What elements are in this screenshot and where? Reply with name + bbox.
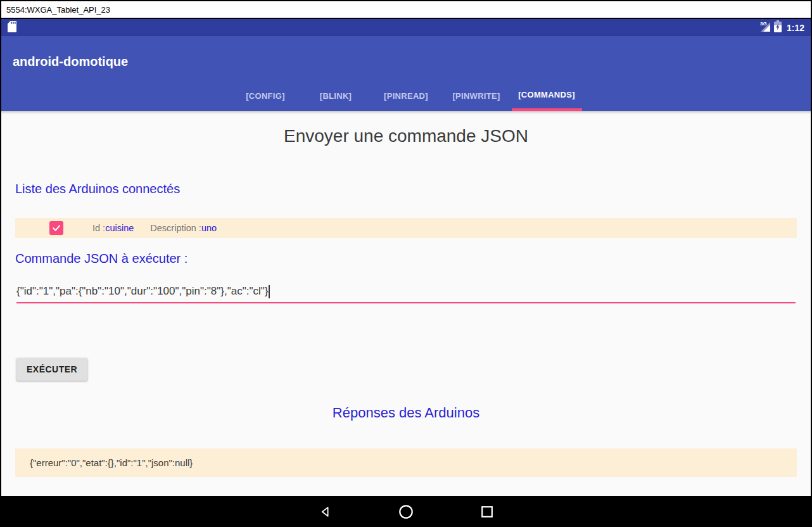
page-title: Envoyer une commande JSON bbox=[1, 126, 811, 146]
signal-3g-icon: 3G bbox=[758, 20, 771, 35]
arduino-description-label: Description : bbox=[150, 223, 201, 233]
command-json-value: {"id":"1","pa":{"nb":"10","dur":"100","p… bbox=[16, 285, 268, 298]
arduino-description-value: uno bbox=[201, 223, 217, 233]
clock-time: 1:12 bbox=[787, 23, 804, 33]
checkmark-icon bbox=[51, 223, 61, 233]
arduino-checkbox[interactable] bbox=[49, 221, 63, 235]
sdcard-icon bbox=[8, 21, 16, 35]
svg-text:3G: 3G bbox=[760, 21, 767, 27]
tab-blink[interactable]: [BLINK] bbox=[301, 80, 371, 111]
app-bar: android-domotique [CONFIG] [BLINK] [PINR… bbox=[0, 36, 812, 111]
battery-charging-icon bbox=[774, 20, 782, 35]
tab-bar: [CONFIG] [BLINK] [PINREAD] [PINWRITE] [C… bbox=[1, 80, 811, 111]
status-bar-right: 3G 1:12 bbox=[758, 20, 804, 35]
arduino-id-label: Id : bbox=[92, 223, 105, 233]
back-icon bbox=[318, 505, 332, 519]
tab-config[interactable]: [CONFIG] bbox=[231, 80, 301, 111]
tab-commands[interactable]: [COMMANDS] bbox=[512, 80, 582, 111]
execute-button[interactable]: EXÉCUTER bbox=[16, 358, 87, 381]
arduino-row: Id : cuisine Description : uno bbox=[15, 218, 797, 238]
recents-icon bbox=[480, 505, 494, 519]
command-heading: Commande JSON à exécuter : bbox=[15, 251, 187, 266]
page-content: Envoyer une commande JSON Liste des Ardu… bbox=[0, 111, 812, 496]
home-button[interactable] bbox=[398, 504, 414, 519]
command-json-input[interactable]: {"id":"1","pa":{"nb":"10","dur":"100","p… bbox=[16, 281, 796, 303]
tab-pinread[interactable]: [PINREAD] bbox=[371, 80, 441, 111]
response-json-text: {"erreur":"0","etat":{},"id":"1","json":… bbox=[30, 457, 193, 468]
text-caret bbox=[269, 285, 270, 298]
emulator-window: 5554:WXGA_Tablet_API_23 3G bbox=[0, 0, 812, 527]
arduino-id-value: cuisine bbox=[105, 223, 134, 233]
recents-button[interactable] bbox=[479, 504, 495, 519]
arduino-list-heading: Liste des Arduinos connectés bbox=[15, 182, 180, 196]
window-titlebar[interactable]: 5554:WXGA_Tablet_API_23 bbox=[0, 0, 812, 19]
status-bar: 3G 1:12 bbox=[0, 19, 812, 36]
response-row: {"erreur":"0","etat":{},"id":"1","json":… bbox=[15, 448, 797, 477]
app-title: android-domotique bbox=[1, 36, 811, 69]
home-icon bbox=[398, 504, 414, 520]
android-nav-bar bbox=[0, 496, 812, 527]
tab-pinwrite[interactable]: [PINWRITE] bbox=[441, 80, 512, 111]
responses-heading: Réponses des Arduinos bbox=[1, 405, 811, 421]
window-title: 5554:WXGA_Tablet_API_23 bbox=[6, 5, 110, 15]
back-button[interactable] bbox=[317, 504, 333, 519]
